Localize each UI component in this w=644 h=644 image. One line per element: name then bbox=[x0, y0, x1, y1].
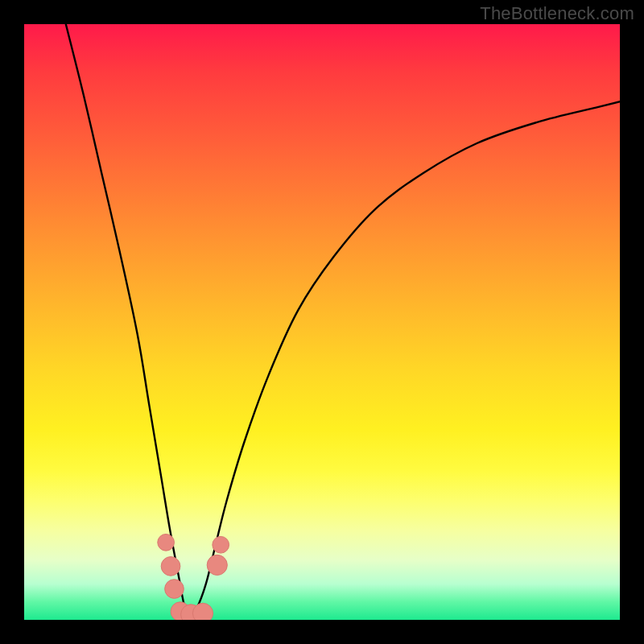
curve-marker bbox=[192, 603, 213, 620]
chart-svg bbox=[24, 24, 620, 620]
bottleneck-curve bbox=[66, 24, 620, 614]
plot-area bbox=[24, 24, 620, 620]
curve-marker bbox=[213, 536, 229, 553]
chart-frame: TheBottleneck.com bbox=[0, 0, 644, 644]
curve-marker bbox=[207, 555, 227, 575]
curve-marker bbox=[158, 534, 175, 551]
curve-markers bbox=[158, 534, 229, 620]
curve-marker bbox=[161, 557, 180, 576]
curve-marker bbox=[165, 580, 184, 599]
watermark-text: TheBottleneck.com bbox=[480, 3, 634, 24]
